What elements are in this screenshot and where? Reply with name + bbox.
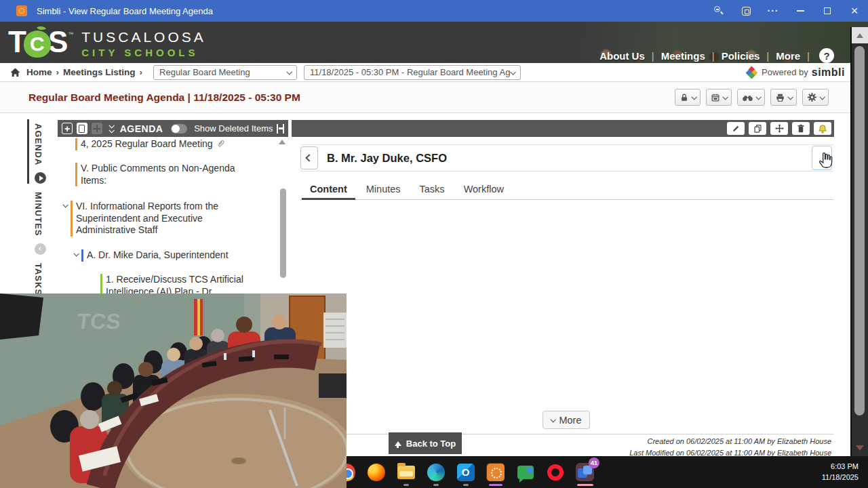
agenda-item-label: V. Public Comments on Non-Agenda Items: — [81, 163, 238, 186]
arrow-up-icon — [856, 33, 863, 38]
help-button[interactable]: ? — [819, 48, 834, 63]
agenda-item[interactable]: V. Public Comments on Non-Agenda Items: — [75, 163, 238, 186]
content-tabs: Content Minutes Tasks Workflow — [300, 181, 833, 200]
document-button[interactable] — [77, 123, 87, 134]
find-button[interactable] — [737, 89, 765, 106]
print-button[interactable] — [770, 89, 797, 106]
pencil-icon — [732, 124, 741, 133]
scroll-up-button[interactable] — [852, 27, 868, 43]
simbli-wordmark[interactable]: simbli — [812, 66, 845, 79]
tab-workflow[interactable]: Workflow — [454, 181, 513, 199]
collapse-agenda-button[interactable] — [35, 172, 46, 184]
nav-about-us[interactable]: About Us — [599, 50, 645, 62]
chevron-down-icon — [787, 94, 793, 100]
arrow-left-icon — [39, 247, 43, 251]
move-arrows-icon — [775, 124, 784, 133]
taskbar-file-explorer-icon[interactable] — [397, 463, 415, 481]
taskbar-opera-icon[interactable] — [546, 463, 564, 481]
clock-date: 11/18/2025 — [822, 472, 859, 483]
move-item-button[interactable] — [92, 123, 102, 134]
window-title: Simbli - View Regular Board Meeting Agen… — [37, 6, 213, 16]
tab-minutes[interactable]: MINUTES — [27, 188, 46, 255]
level-marker — [75, 138, 77, 150]
agenda-item[interactable]: 4, 2025 Regular Board Meeting — [75, 138, 279, 150]
meeting-video-overlay[interactable]: TCS — [0, 293, 347, 488]
taskbar-edge-icon[interactable] — [427, 463, 445, 481]
add-item-button[interactable]: + — [62, 123, 73, 134]
snapshot-button[interactable] — [732, 0, 760, 22]
page-toolbar — [675, 89, 829, 106]
page-title-bar: Regular Board Meeting Agenda | 11/18/202… — [0, 82, 868, 113]
brand-line1: TUSCALOOSA — [81, 29, 206, 45]
tab-agenda[interactable]: AGENDA — [27, 119, 46, 184]
agenda-scrollbar-thumb[interactable] — [280, 188, 286, 278]
screen: Simbli - View Regular Board Meeting Agen… — [0, 0, 868, 488]
chevron-down-icon — [691, 94, 696, 100]
tab-agenda-label: AGENDA — [31, 119, 46, 169]
agenda-item-label: VI. Informational Reports from the Super… — [76, 201, 239, 237]
restore-icon — [824, 7, 831, 14]
expand-chevron-icon[interactable] — [73, 251, 79, 256]
copy-button[interactable] — [749, 122, 766, 135]
scroll-up-arrow[interactable] — [279, 140, 285, 144]
scroll-down-arrow[interactable] — [856, 445, 864, 451]
page-scrollbar[interactable] — [850, 27, 868, 456]
tab-tasks[interactable]: Tasks — [410, 181, 454, 199]
breadcrumb-meetings-listing[interactable]: Meetings Listing — [63, 67, 136, 77]
settings-button[interactable] — [802, 89, 829, 106]
edit-button[interactable] — [727, 122, 745, 135]
gear-icon — [807, 92, 817, 102]
aasb-logo-icon — [747, 67, 757, 78]
restore-button[interactable] — [814, 0, 841, 22]
panel-resize-icon[interactable] — [277, 124, 284, 134]
more-label: More — [559, 415, 581, 426]
zoom-out-button[interactable] — [705, 0, 732, 22]
zoom-out-icon — [714, 6, 724, 16]
close-button[interactable]: × — [841, 0, 868, 22]
collapse-all-button[interactable] — [109, 124, 113, 133]
taskbar-outlook-icon[interactable]: O — [456, 463, 475, 481]
nav-policies[interactable]: Policies — [722, 50, 760, 62]
level-marker — [81, 249, 83, 262]
move-button[interactable] — [770, 122, 788, 135]
tab-minutes[interactable]: Minutes — [357, 181, 410, 199]
meeting-date-select[interactable]: 11/18/2025 - 05:30 PM - Regular Board Me… — [304, 65, 521, 80]
breadcrumb-home[interactable]: Home — [26, 67, 52, 77]
taskbar-chat-icon[interactable] — [516, 463, 534, 481]
minimize-button[interactable] — [787, 0, 814, 22]
permissions-button[interactable] — [675, 89, 701, 106]
more-button[interactable]: More — [542, 411, 590, 429]
nav-meetings[interactable]: Meetings — [661, 50, 705, 62]
more-options-button[interactable]: ··· — [760, 0, 787, 22]
notify-button[interactable] — [814, 122, 831, 135]
site-header: T C S ™ TUSCALOOSA CITY SCHOOLS About Us… — [0, 22, 868, 63]
tab-content[interactable]: Content — [300, 181, 357, 199]
back-to-top-button[interactable]: Back to Top — [389, 432, 462, 454]
bell-icon — [818, 124, 827, 134]
agenda-item[interactable]: VI. Informational Reports from the Super… — [63, 201, 239, 237]
site-nav: About Us | Meetings | Policies | More | … — [599, 48, 834, 63]
delete-button[interactable] — [792, 122, 810, 135]
meeting-type-select[interactable]: Regular Board Meeting — [153, 65, 297, 80]
taskbar-simbli-icon[interactable] — [486, 463, 505, 481]
nav-separator: | — [712, 50, 715, 62]
taskbar-firefox-icon[interactable] — [367, 463, 385, 481]
home-icon[interactable] — [9, 67, 21, 78]
item-header: B. Mr. Jay Duke, CSFO — [300, 144, 833, 171]
expand-chevron-icon[interactable] — [62, 202, 68, 207]
taskbar-app-icon[interactable]: 41 — [576, 463, 594, 481]
calendar-button[interactable] — [706, 89, 732, 106]
previous-item-button[interactable] — [300, 146, 318, 169]
scrollbar-thumb[interactable] — [854, 46, 865, 415]
nav-more[interactable]: More — [776, 50, 800, 62]
agenda-item[interactable]: A. Dr. Mike Daria, Superintendent — [74, 249, 250, 262]
nav-separator: | — [766, 50, 769, 62]
show-deleted-toggle[interactable] — [171, 124, 187, 134]
ellipsis-icon: ··· — [768, 5, 779, 16]
content-toolbar — [292, 120, 834, 137]
taskbar-clock[interactable]: 6:03 PM 11/18/2025 — [822, 462, 859, 483]
tcs-logo[interactable]: T C S ™ TUSCALOOSA CITY SCHOOLS — [8, 26, 206, 58]
help-icon: ? — [823, 50, 829, 62]
collapse-minutes-button[interactable] — [35, 243, 46, 255]
printer-icon — [775, 93, 785, 102]
